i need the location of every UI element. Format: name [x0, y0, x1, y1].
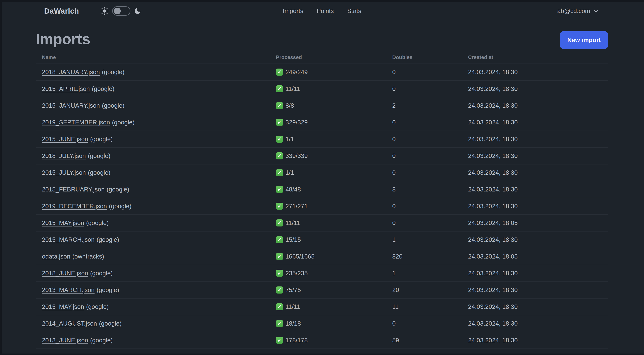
created-at: 24.03.2024, 18:30	[468, 203, 608, 210]
processed-count: 271/271	[286, 203, 308, 210]
import-file-link[interactable]: 2018_JULY.json	[42, 152, 86, 159]
processed-count: 329/329	[286, 119, 308, 126]
table-row: 2013_JUNE.json(google) ✓ 178/178 59 24.0…	[36, 332, 608, 349]
status-check-icon: ✓	[276, 303, 283, 310]
import-source: (google)	[88, 169, 110, 176]
import-file-link[interactable]: 2019_SEPTEMBER.json	[42, 119, 110, 126]
processed-count: 178/178	[286, 337, 308, 344]
table-row: 2018_JULY.json(google) ✓ 339/339 0 24.03…	[36, 148, 608, 164]
page-title: Imports	[36, 32, 608, 46]
created-at: 24.03.2024, 18:05	[468, 253, 608, 260]
created-at: 24.03.2024, 18:30	[468, 236, 608, 243]
import-file-link[interactable]: 2018_JUNE.json	[42, 270, 88, 277]
import-file-link[interactable]: 2019_DECEMBER.json	[42, 203, 107, 210]
status-check-icon: ✓	[276, 102, 283, 109]
import-source: (google)	[96, 287, 119, 293]
doubles-count: 0	[392, 85, 468, 92]
table-row: 2014_AUGUST.json(google) ✓ 18/18 0 24.03…	[36, 315, 608, 332]
moon-icon	[134, 7, 141, 15]
table-row: 2018_JUNE.json(google) ✓ 235/235 1 24.03…	[36, 265, 608, 282]
status-check-icon: ✓	[276, 320, 283, 327]
processed-count: 11/11	[286, 303, 300, 310]
theme-switch-knob	[114, 8, 121, 14]
doubles-count: 0	[392, 203, 468, 210]
new-import-button[interactable]: New import	[560, 31, 608, 49]
created-at: 24.03.2024, 18:30	[468, 136, 608, 143]
table-row: 2013_MARCH.json(google) ✓ 75/75 20 24.03…	[36, 282, 608, 299]
doubles-count: 20	[392, 287, 468, 294]
created-at: 24.03.2024, 18:30	[468, 85, 608, 92]
table-row: odata.json(owntracks) ✓ 1665/1665 820 24…	[36, 248, 608, 265]
processed-count: 1/1	[286, 136, 294, 143]
import-source: (google)	[90, 337, 113, 344]
import-file-link[interactable]: 2015_FEBRUARY.json	[42, 186, 104, 193]
import-file-link[interactable]: 2015_MAY.json	[42, 219, 84, 226]
doubles-count: 0	[392, 136, 468, 143]
import-source: (google)	[90, 136, 113, 142]
created-at: 24.03.2024, 18:30	[468, 337, 608, 344]
table-body: 2018_JANUARY.json(google) ✓ 249/249 0 24…	[36, 64, 608, 355]
doubles-count: 0	[392, 119, 468, 126]
processed-count: 15/15	[286, 236, 301, 243]
main-nav: Imports Points Stats	[283, 0, 361, 22]
nav-link-points[interactable]: Points	[317, 7, 334, 14]
nav-link-stats[interactable]: Stats	[347, 7, 361, 14]
created-at: 24.03.2024, 18:30	[468, 186, 608, 193]
created-at: 24.03.2024, 18:30	[468, 152, 608, 159]
created-at: 24.03.2024, 18:30	[468, 102, 608, 109]
chevron-down-icon	[593, 8, 599, 14]
import-file-link[interactable]: 2014_AUGUST.json	[42, 320, 97, 327]
created-at: 24.03.2024, 18:05	[468, 219, 608, 227]
processed-count: 11/11	[286, 85, 300, 92]
created-at: 24.03.2024, 18:30	[468, 287, 608, 294]
theme-toggle[interactable]	[100, 0, 141, 22]
import-source: (google)	[88, 152, 110, 159]
import-source: (google)	[90, 270, 113, 277]
status-check-icon: ✓	[276, 136, 283, 143]
theme-switch[interactable]	[112, 6, 130, 16]
doubles-count: 1	[392, 270, 468, 277]
nav-link-imports[interactable]: Imports	[283, 7, 303, 14]
doubles-count: 59	[392, 337, 468, 344]
status-check-icon: ✓	[276, 186, 283, 193]
imports-table: Name Processed Doubles Created at 2018_J…	[36, 51, 608, 355]
import-file-link[interactable]: 2015_JUNE.json	[42, 136, 88, 142]
import-file-link[interactable]: 2013_JUNE.json	[42, 337, 88, 344]
created-at: 24.03.2024, 18:30	[468, 270, 608, 277]
import-file-link[interactable]: odata.json	[42, 253, 70, 260]
table-row: 2015_JANUARY.json(google) ✓ 8/8 2 24.03.…	[36, 97, 608, 114]
brand[interactable]: DaWarIch	[44, 0, 79, 22]
import-file-link[interactable]: 2015_JULY.json	[42, 169, 86, 176]
import-source: (google)	[99, 320, 122, 327]
import-file-link[interactable]: 2015_APRIL.json	[42, 85, 90, 92]
window-edge-top	[0, 0, 644, 2]
status-check-icon: ✓	[276, 169, 283, 176]
import-file-link[interactable]: 2015_MARCH.json	[42, 236, 94, 243]
user-menu[interactable]: ab@cd.com	[557, 0, 599, 22]
processed-count: 48/48	[286, 186, 301, 193]
import-file-link[interactable]: 2015_MAY.json	[42, 303, 84, 310]
table-row: 2019_DECEMBER.json(google) ✓ 271/271 0 2…	[36, 198, 608, 215]
status-check-icon: ✓	[276, 152, 283, 159]
doubles-count: 1	[392, 236, 468, 243]
import-source: (owntracks)	[72, 253, 104, 260]
status-check-icon: ✓	[276, 68, 283, 76]
import-file-link[interactable]: 2018_JANUARY.json	[42, 68, 100, 75]
doubles-count: 0	[392, 320, 468, 327]
created-at: 24.03.2024, 18:30	[468, 119, 608, 126]
table-row: 2018_JANUARY.json(google) ✓ 249/249 0 24…	[36, 64, 608, 81]
import-source: (google)	[96, 236, 119, 243]
created-at: 24.03.2024, 18:30	[468, 320, 608, 327]
import-file-link[interactable]: 2015_JANUARY.json	[42, 102, 100, 109]
processed-count: 249/249	[286, 68, 308, 76]
status-check-icon: ✓	[276, 119, 283, 126]
window-edge-left	[0, 0, 2, 355]
import-source: (google)	[102, 68, 124, 75]
status-check-icon: ✓	[276, 253, 283, 260]
import-file-link[interactable]: 2013_MARCH.json	[42, 287, 94, 293]
main-content: Imports New import Name Processed Double…	[0, 22, 644, 355]
column-header-created-at: Created at	[468, 54, 608, 60]
doubles-count: 0	[392, 68, 468, 76]
import-source: (google)	[92, 85, 114, 92]
created-at: 24.03.2024, 18:30	[468, 169, 608, 176]
